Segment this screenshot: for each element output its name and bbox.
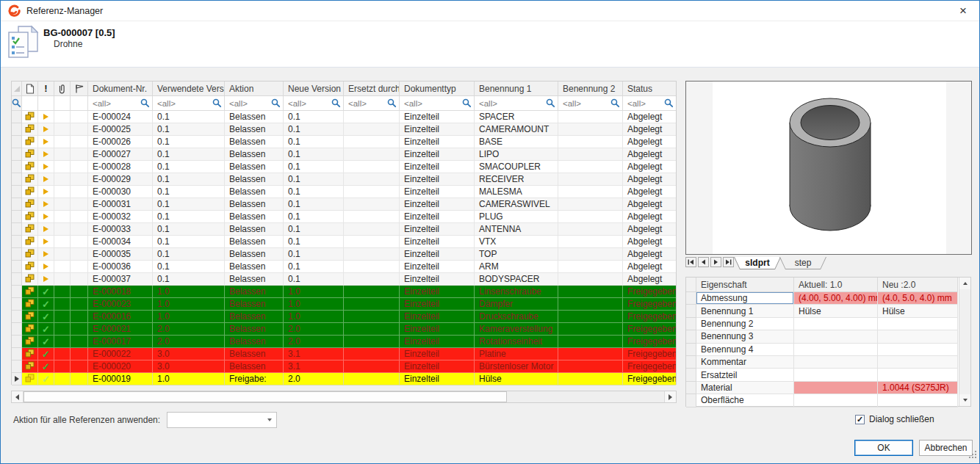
cell-attachment[interactable] [54, 273, 71, 286]
cell-verwendete-version[interactable]: 1.0 [153, 298, 225, 311]
cell-aktion[interactable]: Belassen [225, 298, 284, 311]
cell-state-icon[interactable]: ✓ [38, 161, 54, 173]
row-indicator-cell[interactable] [12, 173, 22, 186]
column-header-attachment[interactable] [54, 81, 71, 96]
cell-ersetzt-durch[interactable] [344, 186, 400, 198]
property-new-cell[interactable]: (4.0, 5.0, 4.0) mm [878, 292, 958, 305]
corner-select-cell[interactable] [12, 81, 22, 96]
apply-action-select[interactable] [167, 412, 277, 428]
table-row[interactable]: ✓ E-000028 0.1 Belassen 0.1 Einzelteil S… [12, 161, 676, 173]
cell-benennung-1[interactable]: RECEIVER [475, 173, 558, 186]
cell-benennung-2[interactable] [558, 161, 623, 173]
cell-status[interactable]: Abgelegt [623, 273, 676, 286]
property-new-cell[interactable] [878, 394, 958, 407]
cell-attachment[interactable] [54, 236, 71, 248]
row-indicator-cell[interactable] [12, 360, 22, 373]
cell-benennung-2[interactable] [558, 298, 623, 311]
cell-benennung-2[interactable] [558, 173, 623, 186]
cell-status[interactable]: Abgelegt [623, 211, 676, 223]
cell-benennung-1[interactable]: CAMERAMOUNT [475, 123, 558, 136]
cell-aktion[interactable]: Belassen [225, 336, 284, 348]
cell-document-type-icon[interactable] [22, 360, 38, 373]
cell-ersetzt-durch[interactable] [344, 198, 400, 211]
cell-dokument-nr[interactable]: E-000028 [88, 161, 153, 173]
cell-neue-version[interactable]: 2.0 [284, 323, 344, 336]
cell-flag[interactable] [71, 360, 88, 373]
cancel-button[interactable]: Abbrechen [919, 440, 973, 456]
cell-status[interactable]: Freigegeben [623, 311, 676, 323]
cell-aktion[interactable]: Belassen [225, 198, 284, 211]
cell-neue-version[interactable]: 0.1 [284, 273, 344, 286]
cell-dokument-nr[interactable]: E-000021 [88, 323, 153, 336]
cell-flag[interactable] [71, 248, 88, 261]
scroll-left-button[interactable] [12, 391, 24, 402]
filter-cell[interactable]: <all> [623, 96, 676, 111]
cell-benennung-2[interactable] [558, 286, 623, 298]
cell-attachment[interactable] [54, 286, 71, 298]
cell-ersetzt-durch[interactable] [344, 148, 400, 161]
cell-status[interactable]: Abgelegt [623, 123, 676, 136]
cell-ersetzt-durch[interactable] [344, 298, 400, 311]
cell-aktion[interactable]: Belassen [225, 223, 284, 236]
filter-cell[interactable]: <all> [225, 96, 284, 111]
property-current-cell[interactable] [794, 394, 878, 407]
cell-verwendete-version[interactable]: 0.1 [153, 248, 225, 261]
cell-aktion[interactable]: Belassen [225, 136, 284, 148]
cell-dokumenttyp[interactable]: Einzelteil [400, 198, 475, 211]
cell-neue-version[interactable]: 0.1 [284, 261, 344, 273]
property-new-cell[interactable] [878, 356, 958, 369]
cell-attachment[interactable] [54, 360, 71, 373]
property-current-cell[interactable] [794, 330, 878, 343]
cell-ersetzt-durch[interactable] [344, 236, 400, 248]
cell-aktion[interactable]: Belassen [225, 186, 284, 198]
table-row[interactable]: ✓ E-000021 2.0 Belassen 2.0 Einzelteil K… [12, 323, 676, 336]
filter-search-cell[interactable] [12, 96, 22, 111]
cell-verwendete-version[interactable]: 0.1 [153, 198, 225, 211]
cell-dokumenttyp[interactable]: Einzelteil [400, 311, 475, 323]
scroll-right-button[interactable] [664, 391, 676, 402]
property-name-cell[interactable]: Ersatzteil [696, 369, 794, 381]
cell-flag[interactable] [71, 286, 88, 298]
property-new-cell[interactable]: 1.0044 (S275JR) [878, 382, 958, 394]
property-row[interactable]: Oberfläche [686, 394, 958, 407]
cell-document-type-icon[interactable] [22, 148, 38, 161]
cell-state-icon[interactable]: ✓ [38, 136, 54, 148]
property-name-cell[interactable]: Abmessung [696, 292, 794, 305]
cell-dokument-nr[interactable]: E-000017 [88, 336, 153, 348]
cell-dokumenttyp[interactable]: Einzelteil [400, 161, 475, 173]
cell-document-type-icon[interactable] [22, 223, 38, 236]
cell-attachment[interactable] [54, 248, 71, 261]
cell-dokument-nr[interactable]: E-000026 [88, 136, 153, 148]
cell-document-type-icon[interactable] [22, 111, 38, 123]
table-row[interactable]: ✓ E-000019 1.0 Freigabe: 2.0 Einzelteil … [12, 373, 676, 385]
cell-dokument-nr[interactable]: E-000024 [88, 111, 153, 123]
property-new-cell[interactable]: Hülse [878, 305, 958, 317]
cell-dokumenttyp[interactable]: Einzelteil [400, 111, 475, 123]
titlebar[interactable]: Referenz-Manager × [1, 1, 979, 21]
filter-cell[interactable]: <all> [284, 96, 344, 111]
cell-state-icon[interactable]: ✓ [38, 323, 54, 336]
cell-aktion[interactable]: Belassen [225, 236, 284, 248]
cell-ersetzt-durch[interactable] [344, 336, 400, 348]
cell-neue-version[interactable]: 0.1 [284, 136, 344, 148]
cell-benennung-1[interactable]: ARM [475, 261, 558, 273]
cell-flag[interactable] [71, 223, 88, 236]
column-header-flag[interactable] [71, 81, 88, 96]
cell-ersetzt-durch[interactable] [344, 136, 400, 148]
cell-benennung-2[interactable] [558, 348, 623, 360]
row-indicator-cell[interactable] [12, 273, 22, 286]
table-row[interactable]: ✓ E-000035 0.1 Belassen 0.1 Einzelteil T… [12, 248, 676, 261]
cell-attachment[interactable] [54, 161, 71, 173]
close-button[interactable]: × [951, 1, 975, 21]
filter-cell-empty[interactable] [54, 96, 71, 111]
cell-attachment[interactable] [54, 136, 71, 148]
cell-state-icon[interactable]: ✓ [38, 298, 54, 311]
new-version-column-header[interactable]: Neu :2.0 [878, 278, 958, 292]
cell-verwendete-version[interactable]: 0.1 [153, 123, 225, 136]
row-indicator-cell[interactable] [12, 248, 22, 261]
cell-benennung-2[interactable] [558, 261, 623, 273]
horizontal-scrollbar-track[interactable] [507, 391, 664, 402]
cell-ersetzt-durch[interactable] [344, 123, 400, 136]
cell-document-type-icon[interactable] [22, 211, 38, 223]
row-indicator-cell[interactable] [12, 223, 22, 236]
